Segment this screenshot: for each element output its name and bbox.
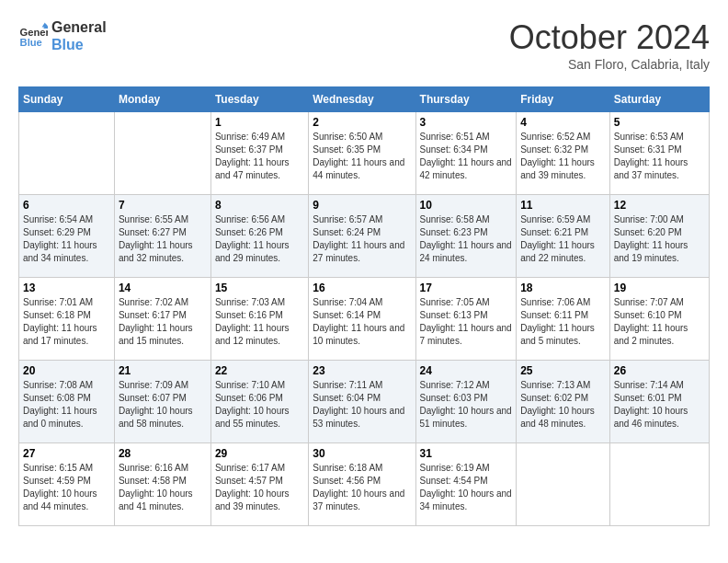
- day-number: 14: [119, 282, 207, 294]
- day-content: Sunrise: 7:03 AMSunset: 6:16 PMDaylight:…: [215, 296, 304, 348]
- calendar-cell: 1Sunrise: 6:49 AMSunset: 6:37 PMDaylight…: [210, 112, 308, 195]
- calendar-table: SundayMondayTuesdayWednesdayThursdayFrid…: [18, 86, 710, 526]
- week-row-1: 1Sunrise: 6:49 AMSunset: 6:37 PMDaylight…: [19, 112, 710, 195]
- calendar-cell: 29Sunrise: 6:17 AMSunset: 4:57 PMDayligh…: [210, 443, 308, 526]
- header-day-thursday: Thursday: [415, 87, 517, 112]
- day-number: 21: [119, 364, 207, 377]
- header-day-tuesday: Tuesday: [210, 87, 308, 112]
- calendar-cell: [609, 443, 709, 526]
- day-content: Sunrise: 6:52 AMSunset: 6:32 PMDaylight:…: [520, 131, 606, 182]
- calendar-cell: 9Sunrise: 6:57 AMSunset: 6:24 PMDaylight…: [309, 195, 415, 278]
- day-number: 8: [215, 199, 304, 212]
- day-content: Sunrise: 6:55 AMSunset: 6:27 PMDaylight:…: [119, 213, 207, 265]
- logo: General Blue General Blue: [18, 18, 107, 53]
- page-header: General Blue General Blue October 2024 S…: [18, 18, 710, 72]
- week-row-2: 6Sunrise: 6:54 AMSunset: 6:29 PMDaylight…: [19, 195, 710, 278]
- day-content: Sunrise: 6:49 AMSunset: 6:37 PMDaylight:…: [215, 131, 304, 182]
- header-day-friday: Friday: [517, 87, 610, 112]
- calendar-cell: 22Sunrise: 7:10 AMSunset: 6:06 PMDayligh…: [210, 361, 308, 443]
- day-number: 5: [614, 116, 705, 129]
- day-content: Sunrise: 7:14 AMSunset: 6:01 PMDaylight:…: [614, 379, 705, 431]
- calendar-cell: 13Sunrise: 7:01 AMSunset: 6:18 PMDayligh…: [19, 278, 115, 361]
- day-number: 3: [420, 116, 513, 129]
- day-number: 1: [215, 116, 304, 129]
- day-content: Sunrise: 6:58 AMSunset: 6:23 PMDaylight:…: [420, 213, 513, 265]
- day-number: 11: [520, 199, 606, 212]
- day-number: 20: [23, 364, 110, 377]
- day-number: 26: [614, 364, 705, 377]
- calendar-cell: 11Sunrise: 6:59 AMSunset: 6:21 PMDayligh…: [517, 195, 610, 278]
- day-content: Sunrise: 6:19 AMSunset: 4:54 PMDaylight:…: [420, 462, 513, 513]
- calendar-cell: 20Sunrise: 7:08 AMSunset: 6:08 PMDayligh…: [19, 361, 115, 443]
- day-content: Sunrise: 6:17 AMSunset: 4:57 PMDaylight:…: [215, 462, 304, 513]
- day-number: 13: [23, 282, 110, 294]
- day-number: 29: [215, 447, 304, 460]
- day-number: 10: [420, 199, 513, 212]
- day-number: 30: [313, 447, 411, 460]
- day-content: Sunrise: 6:18 AMSunset: 4:56 PMDaylight:…: [313, 462, 411, 513]
- logo-line2: Blue: [51, 36, 107, 53]
- day-content: Sunrise: 7:10 AMSunset: 6:06 PMDaylight:…: [215, 379, 304, 431]
- day-content: Sunrise: 6:59 AMSunset: 6:21 PMDaylight:…: [520, 213, 606, 265]
- day-number: 23: [313, 364, 411, 377]
- week-row-3: 13Sunrise: 7:01 AMSunset: 6:18 PMDayligh…: [19, 278, 710, 361]
- calendar-cell: 26Sunrise: 7:14 AMSunset: 6:01 PMDayligh…: [609, 361, 709, 443]
- day-number: 2: [313, 116, 411, 129]
- calendar-cell: 16Sunrise: 7:04 AMSunset: 6:14 PMDayligh…: [309, 278, 415, 361]
- header-day-saturday: Saturday: [609, 87, 709, 112]
- calendar-cell: 17Sunrise: 7:05 AMSunset: 6:13 PMDayligh…: [415, 278, 517, 361]
- calendar-cell: 27Sunrise: 6:15 AMSunset: 4:59 PMDayligh…: [19, 443, 115, 526]
- calendar-body: 1Sunrise: 6:49 AMSunset: 6:37 PMDaylight…: [19, 112, 710, 526]
- calendar-cell: 3Sunrise: 6:51 AMSunset: 6:34 PMDaylight…: [415, 112, 517, 195]
- logo-line1: General: [51, 18, 107, 36]
- calendar-cell: 15Sunrise: 7:03 AMSunset: 6:16 PMDayligh…: [210, 278, 308, 361]
- calendar-cell: 24Sunrise: 7:12 AMSunset: 6:03 PMDayligh…: [415, 361, 517, 443]
- day-number: 16: [313, 282, 411, 294]
- day-content: Sunrise: 7:06 AMSunset: 6:11 PMDaylight:…: [520, 296, 606, 348]
- day-number: 12: [614, 199, 705, 212]
- calendar-cell: 14Sunrise: 7:02 AMSunset: 6:17 PMDayligh…: [114, 278, 210, 361]
- day-content: Sunrise: 7:13 AMSunset: 6:02 PMDaylight:…: [520, 379, 606, 431]
- month-title: October 2024: [509, 18, 710, 57]
- location: San Floro, Calabria, Italy: [509, 57, 710, 72]
- day-content: Sunrise: 7:00 AMSunset: 6:20 PMDaylight:…: [614, 213, 705, 265]
- day-number: 27: [23, 447, 110, 460]
- calendar-cell: 2Sunrise: 6:50 AMSunset: 6:35 PMDaylight…: [309, 112, 415, 195]
- day-number: 17: [420, 282, 513, 294]
- day-number: 18: [520, 282, 606, 294]
- day-number: 9: [313, 199, 411, 212]
- calendar-cell: 23Sunrise: 7:11 AMSunset: 6:04 PMDayligh…: [309, 361, 415, 443]
- calendar-cell: 18Sunrise: 7:06 AMSunset: 6:11 PMDayligh…: [517, 278, 610, 361]
- logo-icon: General Blue: [18, 21, 48, 51]
- day-content: Sunrise: 7:02 AMSunset: 6:17 PMDaylight:…: [119, 296, 207, 348]
- calendar-cell: 4Sunrise: 6:52 AMSunset: 6:32 PMDaylight…: [517, 112, 610, 195]
- calendar-header: SundayMondayTuesdayWednesdayThursdayFrid…: [19, 87, 710, 112]
- day-content: Sunrise: 6:57 AMSunset: 6:24 PMDaylight:…: [313, 213, 411, 265]
- calendar-cell: 6Sunrise: 6:54 AMSunset: 6:29 PMDaylight…: [19, 195, 115, 278]
- day-content: Sunrise: 7:07 AMSunset: 6:10 PMDaylight:…: [614, 296, 705, 348]
- svg-text:Blue: Blue: [20, 37, 42, 48]
- day-number: 4: [520, 116, 606, 129]
- day-number: 6: [23, 199, 110, 212]
- day-content: Sunrise: 7:12 AMSunset: 6:03 PMDaylight:…: [420, 379, 513, 431]
- calendar-cell: 21Sunrise: 7:09 AMSunset: 6:07 PMDayligh…: [114, 361, 210, 443]
- day-content: Sunrise: 6:53 AMSunset: 6:31 PMDaylight:…: [614, 131, 705, 182]
- day-content: Sunrise: 7:04 AMSunset: 6:14 PMDaylight:…: [313, 296, 411, 348]
- header-day-sunday: Sunday: [19, 87, 115, 112]
- day-content: Sunrise: 7:01 AMSunset: 6:18 PMDaylight:…: [23, 296, 110, 348]
- calendar-cell: [19, 112, 115, 195]
- header-day-wednesday: Wednesday: [309, 87, 415, 112]
- day-number: 7: [119, 199, 207, 212]
- day-content: Sunrise: 7:08 AMSunset: 6:08 PMDaylight:…: [23, 379, 110, 431]
- day-content: Sunrise: 6:56 AMSunset: 6:26 PMDaylight:…: [215, 213, 304, 265]
- day-number: 24: [420, 364, 513, 377]
- calendar-cell: 12Sunrise: 7:00 AMSunset: 6:20 PMDayligh…: [609, 195, 709, 278]
- calendar-cell: 28Sunrise: 6:16 AMSunset: 4:58 PMDayligh…: [114, 443, 210, 526]
- day-number: 15: [215, 282, 304, 294]
- week-row-4: 20Sunrise: 7:08 AMSunset: 6:08 PMDayligh…: [19, 361, 710, 443]
- title-block: October 2024 San Floro, Calabria, Italy: [509, 18, 710, 72]
- day-number: 19: [614, 282, 705, 294]
- calendar-cell: [517, 443, 610, 526]
- calendar-cell: 19Sunrise: 7:07 AMSunset: 6:10 PMDayligh…: [609, 278, 709, 361]
- day-number: 25: [520, 364, 606, 377]
